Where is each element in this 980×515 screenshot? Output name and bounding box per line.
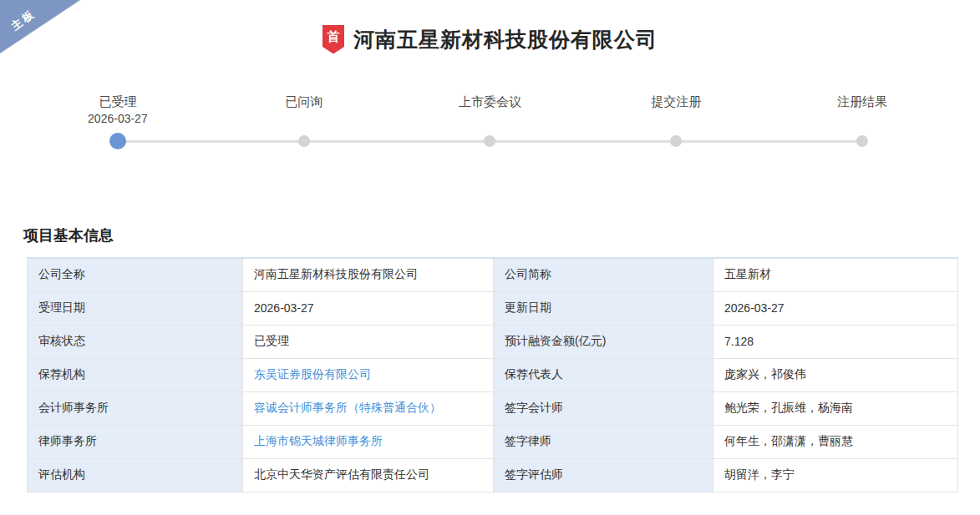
- board-ribbon-label: 主板: [8, 6, 38, 34]
- step-submit-registration: 提交注册: [583, 93, 769, 152]
- field-label: 律师事务所: [28, 425, 243, 458]
- step-registration-result: 注册结果: [769, 93, 956, 152]
- step-dot: [670, 135, 682, 147]
- step-accepted: 已受理 2026-03-27: [25, 93, 211, 152]
- step-dot: [484, 135, 495, 147]
- field-value: 庞家兴，祁俊伟: [713, 358, 958, 391]
- step-label: 上市委会议: [397, 93, 583, 110]
- table-row: 律师事务所 上海市锦天城律师事务所 签字律师 何年生，邵潇潇，曹丽慧: [28, 425, 958, 458]
- field-label: 公司简称: [494, 258, 713, 291]
- page-header: 首 河南五星新材科技股份有限公司: [0, 23, 980, 55]
- field-value: 东吴证券股份有限公司: [243, 358, 494, 391]
- step-date: [397, 110, 583, 127]
- step-date: [211, 110, 397, 127]
- field-label: 保荐代表人: [494, 358, 713, 391]
- field-label: 公司全称: [28, 258, 243, 291]
- field-value: 胡留洋，李宁: [713, 458, 958, 492]
- step-label: 提交注册: [583, 93, 769, 110]
- section-title: 项目基本信息: [23, 225, 980, 245]
- field-value: 鲍光荣，孔振维，杨海南: [713, 391, 958, 425]
- field-value: 河南五星新材科技股份有限公司: [243, 258, 494, 291]
- field-value: 五星新材: [713, 258, 958, 291]
- step-dot: [298, 135, 310, 147]
- project-info-table: 公司全称 河南五星新材科技股份有限公司 公司简称 五星新材 受理日期 2026-…: [27, 257, 958, 492]
- step-dot-active: [109, 133, 126, 149]
- accounting-firm-link[interactable]: 容诚会计师事务所（特殊普通合伙）: [254, 401, 441, 414]
- table-row: 审核状态 已受理 预计融资金额(亿元) 7.128: [28, 325, 958, 358]
- sponsor-link[interactable]: 东吴证券股份有限公司: [254, 367, 371, 381]
- field-value: 2026-03-27: [243, 291, 494, 325]
- field-value: 容诚会计师事务所（特殊普通合伙）: [243, 391, 494, 425]
- step-listing-committee: 上市委会议: [397, 93, 583, 152]
- step-dot: [856, 135, 868, 147]
- field-label: 更新日期: [494, 291, 713, 325]
- field-label: 保荐机构: [28, 358, 243, 391]
- table-row: 受理日期 2026-03-27 更新日期 2026-03-27: [28, 291, 958, 325]
- first-issue-badge-icon: 首: [322, 25, 344, 54]
- field-value: 7.128: [713, 325, 958, 358]
- field-label: 受理日期: [28, 291, 243, 325]
- step-inquired: 已问询: [211, 93, 397, 152]
- field-label: 审核状态: [28, 325, 243, 358]
- field-label: 签字会计师: [494, 391, 713, 425]
- field-value: 2026-03-27: [713, 291, 958, 325]
- table-row: 公司全称 河南五星新材科技股份有限公司 公司简称 五星新材: [28, 258, 958, 291]
- table-row: 会计师事务所 容诚会计师事务所（特殊普通合伙） 签字会计师 鲍光荣，孔振维，杨海…: [28, 391, 958, 425]
- field-value: 已受理: [243, 325, 494, 358]
- step-label: 已问询: [211, 93, 397, 110]
- step-date: 2026-03-27: [25, 110, 211, 127]
- field-label: 会计师事务所: [28, 391, 243, 425]
- field-label: 签字律师: [494, 425, 713, 458]
- field-label: 预计融资金额(亿元): [494, 325, 713, 358]
- field-value: 北京中天华资产评估有限责任公司: [243, 458, 494, 492]
- law-firm-link[interactable]: 上海市锦天城律师事务所: [254, 434, 383, 447]
- step-label: 注册结果: [769, 93, 956, 110]
- table-row: 保荐机构 东吴证券股份有限公司 保荐代表人 庞家兴，祁俊伟: [28, 358, 958, 391]
- field-label: 签字评估师: [494, 458, 713, 492]
- table-row: 评估机构 北京中天华资产评估有限责任公司 签字评估师 胡留洋，李宁: [28, 458, 958, 492]
- step-date: [769, 110, 956, 127]
- step-date: [583, 110, 769, 127]
- field-value: 何年生，邵潇潇，曹丽慧: [713, 425, 958, 458]
- field-label: 评估机构: [28, 458, 243, 492]
- progress-stepper: 已受理 2026-03-27 已问询 上市委会议 提交注册 注册结果: [25, 93, 956, 152]
- page-title: 河南五星新材科技股份有限公司: [353, 26, 658, 53]
- step-label: 已受理: [25, 93, 211, 110]
- field-value: 上海市锦天城律师事务所: [243, 425, 494, 458]
